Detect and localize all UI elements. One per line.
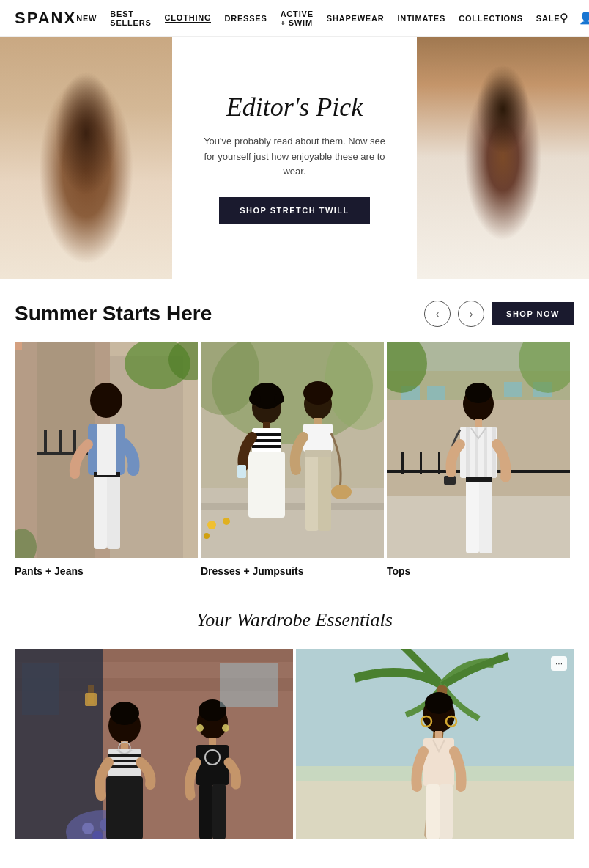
summer-controls: ‹ › SHOP NOW [424, 301, 574, 327]
nav-links: NEW BEST SELLERS CLOTHING DRESSES ACTIVE… [76, 10, 560, 27]
svg-rect-127 [85, 693, 97, 706]
summer-title: Summer Starts Here [15, 302, 212, 326]
shop-now-button[interactable]: SHOP NOW [492, 302, 574, 326]
svg-point-28 [431, 227, 440, 235]
svg-point-20 [45, 52, 51, 58]
hero-description: You've probably read about them. Now see… [201, 134, 388, 180]
svg-point-46 [417, 51, 442, 95]
svg-point-40 [500, 180, 521, 194]
svg-point-107 [465, 383, 492, 403]
svg-point-147 [222, 724, 229, 732]
svg-rect-139 [108, 765, 141, 768]
nav-dresses[interactable]: DRESSES [224, 14, 267, 23]
nav-intimates[interactable]: INTIMATES [397, 14, 445, 23]
category-pants[interactable]: Pants + Jeans [15, 342, 198, 580]
svg-rect-14 [86, 187, 103, 268]
hero-left-illustration [0, 37, 172, 279]
svg-rect-161 [423, 738, 454, 786]
summer-header: Summer Starts Here ‹ › SHOP NOW [15, 301, 574, 327]
svg-rect-25 [547, 88, 569, 125]
svg-rect-41 [472, 174, 486, 262]
svg-point-129 [82, 823, 94, 834]
svg-rect-98 [427, 386, 445, 400]
nav-collections[interactable]: COLLECTIONS [459, 14, 523, 23]
svg-point-29 [446, 231, 453, 238]
nav-shapewear[interactable]: SHAPEWEAR [327, 14, 385, 23]
summer-section: Summer Starts Here ‹ › SHOP NOW [0, 279, 589, 580]
svg-rect-34 [486, 92, 493, 96]
svg-point-92 [223, 518, 230, 525]
wardrobe-grid: ··· [15, 649, 574, 839]
svg-rect-24 [519, 88, 541, 125]
svg-rect-13 [68, 187, 86, 268]
next-arrow-button[interactable]: › [458, 301, 484, 327]
svg-rect-55 [73, 430, 76, 455]
svg-point-31 [470, 78, 503, 113]
svg-point-75 [274, 394, 284, 404]
svg-rect-99 [504, 382, 522, 397]
svg-rect-71 [201, 503, 384, 510]
nav-active-swim[interactable]: ACTIVE + SWIM [281, 10, 314, 27]
svg-point-84 [303, 381, 333, 405]
hero-cta-button[interactable]: SHOP STRETCH TWILL [219, 197, 370, 224]
svg-rect-15 [68, 187, 103, 193]
nav-clothing[interactable]: CLOTHING [165, 13, 212, 23]
svg-rect-4 [44, 77, 59, 95]
svg-rect-110 [466, 427, 470, 478]
svg-rect-115 [479, 477, 492, 553]
category-tops[interactable]: Tops [387, 342, 570, 580]
svg-rect-80 [252, 445, 281, 448]
svg-rect-163 [440, 784, 453, 839]
hero-image-right [417, 37, 589, 279]
svg-point-56 [90, 383, 122, 418]
svg-rect-149 [199, 784, 212, 839]
svg-point-27 [538, 202, 589, 268]
svg-point-30 [555, 222, 565, 232]
svg-rect-116 [466, 477, 492, 482]
svg-rect-59 [94, 472, 107, 549]
nav-icons: ⚲ 👤 🛍 [560, 11, 589, 25]
svg-point-26 [417, 205, 468, 279]
svg-rect-12 [42, 191, 63, 207]
account-icon[interactable]: 👤 [579, 11, 589, 25]
svg-rect-150 [212, 784, 226, 839]
wardrobe-item-2[interactable]: ··· [296, 649, 574, 839]
svg-point-157 [425, 692, 453, 714]
svg-point-19 [29, 55, 37, 62]
svg-point-11 [62, 128, 109, 194]
svg-rect-105 [438, 452, 440, 474]
svg-rect-7 [75, 98, 83, 102]
svg-rect-22 [417, 37, 589, 279]
svg-rect-60 [107, 472, 120, 549]
nav-new[interactable]: NEW [76, 14, 97, 23]
svg-rect-23 [512, 81, 574, 213]
svg-rect-42 [486, 174, 501, 262]
svg-point-44 [470, 258, 488, 267]
svg-rect-140 [106, 776, 143, 839]
wardrobe-item-1[interactable] [15, 649, 293, 839]
wardrobe-dots[interactable]: ··· [551, 656, 567, 671]
svg-point-39 [485, 140, 488, 143]
dresses-image [201, 342, 384, 558]
svg-rect-125 [22, 663, 59, 715]
nav-best-sellers[interactable]: BEST SELLERS [110, 10, 151, 27]
search-icon[interactable]: ⚲ [560, 11, 568, 25]
category-dresses[interactable]: Dresses + Jumpsuits [201, 342, 384, 580]
svg-rect-162 [426, 784, 440, 839]
logo[interactable]: SPANX [15, 9, 76, 28]
nav-sale[interactable]: SALE [536, 14, 560, 23]
svg-rect-88 [318, 450, 331, 531]
svg-point-21 [58, 48, 67, 57]
prev-arrow-button[interactable]: ‹ [424, 301, 451, 327]
svg-point-32 [473, 76, 500, 93]
svg-point-93 [204, 533, 210, 539]
svg-rect-114 [466, 477, 479, 553]
svg-rect-151 [220, 663, 278, 707]
svg-rect-82 [237, 465, 246, 478]
pants-image [15, 342, 198, 558]
hero-section: Editor's Pick You've probably read about… [0, 37, 589, 279]
svg-point-47 [530, 48, 574, 84]
svg-rect-57 [15, 342, 22, 350]
svg-point-146 [196, 724, 204, 732]
svg-point-17 [48, 37, 84, 61]
